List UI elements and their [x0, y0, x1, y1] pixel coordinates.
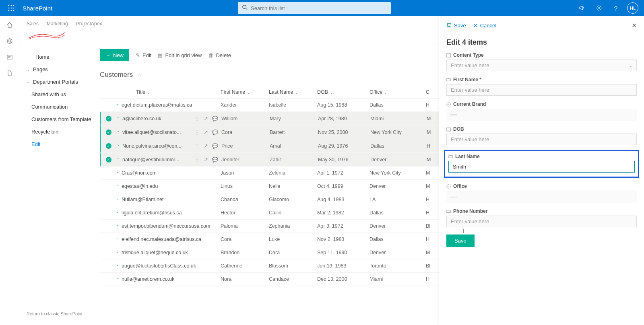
app-name[interactable]: SharePoint	[23, 5, 52, 12]
row-title[interactable]: natoque@vestibulumlor...	[122, 157, 179, 162]
dob-input[interactable]	[446, 134, 637, 145]
cell-first: Hector	[221, 210, 269, 216]
row-share-icon[interactable]: ↗	[204, 143, 208, 149]
cell-first: Chanda	[221, 197, 269, 202]
search-icon	[242, 4, 248, 12]
chevron-down-icon: ⌄	[629, 63, 632, 68]
nav-edit-link[interactable]: Edit	[23, 138, 100, 150]
row-more-icon[interactable]: ⋮	[194, 156, 200, 162]
site-nav-projectapex[interactable]: ProjectApex	[76, 21, 102, 27]
row-title[interactable]: vitae.aliquet@sociisnato...	[122, 130, 181, 135]
first-name-input[interactable]	[446, 84, 637, 96]
last-name-input[interactable]	[448, 161, 635, 173]
row-title[interactable]: augue@luctuslobortisClass.co.uk	[122, 263, 196, 269]
nav-department-portals[interactable]: ⌄Department Portals	[23, 76, 100, 88]
row-title[interactable]: tristique.aliquet@neque.co.uk	[122, 250, 188, 255]
phone-input[interactable]	[446, 216, 637, 227]
chevron-down-icon: ⌄	[27, 80, 30, 84]
field-phone: Phone Number I	[446, 208, 637, 227]
home-icon[interactable]	[6, 22, 13, 30]
row-title[interactable]: Cras@non.com	[122, 170, 157, 176]
files-icon[interactable]	[6, 70, 13, 78]
nav-home[interactable]: Home	[23, 51, 100, 63]
nav-shared-with-us[interactable]: Shared with us	[23, 88, 100, 101]
field-content-type: Content Type Enter value here⌄	[446, 52, 637, 71]
row-comment-icon[interactable]: 💬	[212, 130, 218, 135]
cell-last: Blossom	[269, 263, 317, 269]
col-title[interactable]: Title⌄	[116, 89, 221, 95]
globe-icon[interactable]	[6, 38, 13, 46]
megaphone-icon[interactable]	[576, 2, 588, 14]
content-type-select[interactable]: Enter value here⌄	[446, 60, 637, 71]
content-type-label: Content Type	[446, 52, 637, 58]
user-avatar[interactable]: HL	[627, 2, 638, 14]
svg-rect-21	[449, 155, 452, 158]
cell-last: Barrett	[270, 130, 318, 135]
help-icon[interactable]: ?	[610, 2, 621, 14]
nav-pages[interactable]: ⌄Pages	[23, 63, 100, 76]
nav-customers-from-template[interactable]: Customers from Template	[23, 113, 100, 125]
save-button[interactable]: Save	[446, 234, 475, 247]
panel-save-cmd[interactable]: 🖫Save	[446, 23, 466, 29]
row-title[interactable]: a@aclibero.co.uk	[122, 116, 161, 121]
row-selected-check-icon[interactable]: ✓	[106, 143, 111, 149]
app-launcher-icon[interactable]	[3, 0, 19, 16]
row-selected-check-icon[interactable]: ✓	[106, 157, 111, 162]
cell-last: Zahir	[270, 157, 318, 162]
search-input[interactable]	[251, 5, 387, 11]
settings-gear-icon[interactable]	[593, 2, 605, 14]
edit-button[interactable]: ✎Edit	[136, 52, 151, 58]
col-last-name[interactable]: Last Name⌄	[269, 89, 317, 95]
cell-last: Mary	[270, 116, 318, 121]
row-share-icon[interactable]: ↗	[204, 115, 208, 121]
row-title[interactable]: Nullam@Etiam.net	[122, 197, 163, 202]
panel-cancel-cmd[interactable]: ✕Cancel	[473, 23, 496, 29]
row-selected-check-icon[interactable]: ✓	[106, 116, 111, 121]
phone-label: Phone Number	[446, 208, 637, 214]
link-indicator-icon: ⌄	[117, 128, 120, 133]
col-dob[interactable]: DOB⌄	[317, 89, 369, 95]
row-title[interactable]: Nunc.pulvinar.arcu@con...	[122, 143, 182, 149]
app-rail	[0, 16, 19, 325]
nav-recycle-bin[interactable]: Recycle bin	[23, 125, 100, 138]
row-title[interactable]: ligula.elit.pretium@risus.ca	[122, 210, 182, 216]
svg-point-22	[447, 184, 450, 188]
nav-communication[interactable]: Communication	[23, 101, 100, 113]
dob-label: DOB	[446, 126, 637, 132]
grid-icon: ▦	[158, 52, 163, 58]
site-nav-marketing[interactable]: Marketing	[47, 21, 68, 27]
row-title[interactable]: est.tempor.bibendum@neccursusa.com	[122, 223, 210, 229]
site-nav-sales[interactable]: Sales	[27, 21, 39, 27]
row-more-icon[interactable]: ⋮	[194, 143, 200, 149]
svg-point-3	[8, 8, 10, 9]
row-selected-check-icon[interactable]: ✓	[106, 130, 111, 135]
return-classic-link[interactable]: Return to classic SharePoint	[23, 308, 100, 319]
row-title[interactable]: nulla@ametlorem.co.uk	[122, 276, 175, 282]
svg-point-9	[243, 5, 246, 9]
row-comment-icon[interactable]: 💬	[212, 157, 218, 162]
row-title[interactable]: eleifend.nec.malesuada@atrisus.ca	[122, 237, 201, 242]
new-button[interactable]: ＋New	[100, 49, 129, 61]
office-value[interactable]: —	[446, 191, 637, 203]
news-icon[interactable]	[6, 54, 13, 62]
row-share-icon[interactable]: ↗	[204, 129, 208, 135]
plus-icon: ＋	[105, 51, 111, 59]
row-more-icon[interactable]: ⋮	[194, 129, 200, 135]
row-comment-icon[interactable]: 💬	[212, 143, 218, 149]
link-indicator-icon: ⌄	[116, 249, 119, 253]
row-share-icon[interactable]: ↗	[204, 156, 208, 162]
svg-point-18	[447, 102, 450, 106]
search-box[interactable]	[238, 2, 391, 14]
edit-grid-button[interactable]: ▦Edit in grid view	[158, 52, 202, 58]
delete-button[interactable]: 🗑Delete	[208, 52, 231, 58]
row-title[interactable]: egestas@in.edu	[122, 183, 158, 189]
panel-close-icon[interactable]: ✕	[632, 22, 637, 29]
col-office[interactable]: Office⌄	[369, 89, 426, 95]
row-more-icon[interactable]: ⋮	[194, 115, 200, 121]
favorite-star-icon[interactable]: ☆	[137, 71, 142, 79]
row-title[interactable]: eget.dictum.placerat@mattis.ca	[122, 102, 192, 108]
row-comment-icon[interactable]: 💬	[212, 116, 218, 121]
brand-value[interactable]: —	[446, 109, 637, 121]
field-current-brand: Current Brand —	[446, 101, 637, 121]
col-first-name[interactable]: First Name⌄	[221, 89, 269, 95]
